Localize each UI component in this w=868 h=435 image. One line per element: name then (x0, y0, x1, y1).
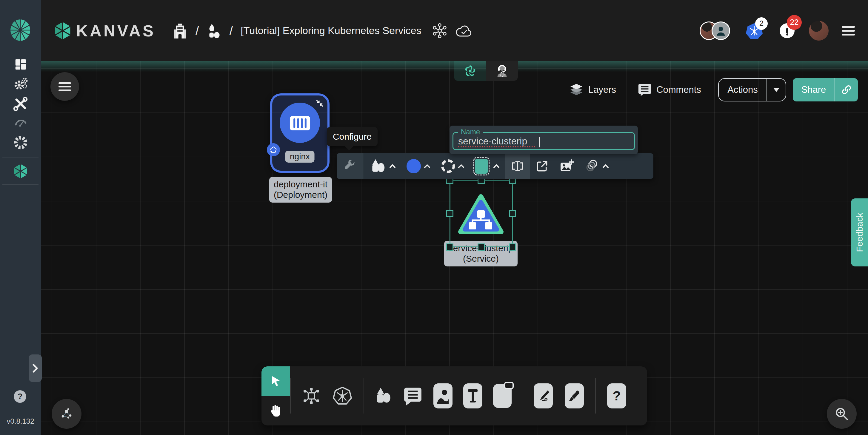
color-swatch-icon (407, 159, 421, 173)
sidebar-item-meshery[interactable] (9, 134, 32, 151)
brush-tool-button[interactable] (565, 383, 584, 408)
chevron-up-icon (458, 164, 464, 168)
integration-node-icon[interactable] (302, 387, 320, 405)
node-deployment[interactable]: nginx (270, 93, 330, 173)
canvas-menu-button[interactable] (51, 72, 79, 101)
sidebar-item-toolkit[interactable] (9, 96, 32, 112)
actions-label[interactable]: Actions (719, 79, 767, 101)
external-link-icon (535, 160, 549, 173)
opacity-button[interactable] (579, 153, 614, 179)
shape-picker-button[interactable] (364, 153, 401, 179)
sidebar-divider (2, 185, 38, 185)
collapse-icon[interactable] (315, 98, 324, 108)
fill-style-button[interactable] (470, 153, 505, 179)
shapes-icon (370, 158, 386, 174)
configure-tool-button[interactable] (337, 153, 364, 179)
rename-tool-button[interactable] (505, 153, 530, 179)
configure-tooltip: Configure (327, 127, 378, 146)
cloud-sync-icon[interactable] (456, 23, 473, 39)
comments-button[interactable]: Comments (638, 79, 701, 101)
sidebar-item-dashboard[interactable] (9, 56, 32, 73)
share-link-toggle[interactable] (835, 78, 858, 101)
chevron-up-icon (389, 164, 396, 168)
layers-button[interactable]: Layers (569, 79, 616, 101)
shapes-tool-icon[interactable] (374, 387, 392, 405)
relationship-overview-button[interactable] (52, 399, 82, 429)
spellcheck-underline (458, 146, 535, 147)
chevron-right-icon (31, 363, 39, 373)
actions-button[interactable]: Actions (718, 78, 786, 101)
deployment-kind: (Deployment) (272, 190, 329, 200)
pod-badge[interactable] (267, 143, 280, 156)
media-tool-button[interactable] (433, 383, 453, 408)
add-image-button[interactable] (554, 153, 579, 179)
kanvas-logo[interactable]: KANVAS (54, 21, 156, 40)
layers-icon (569, 82, 584, 97)
share-button[interactable]: Share (793, 78, 858, 101)
feedback-button[interactable]: Feedback (851, 198, 868, 266)
collaborator-support-cell[interactable] (486, 61, 518, 81)
resize-handle-s[interactable] (477, 243, 485, 250)
node-service[interactable] (456, 192, 505, 240)
designs-breadcrumb-icon[interactable] (207, 23, 222, 39)
resource-tools (291, 366, 364, 426)
notifications-button[interactable]: 22 (780, 23, 795, 38)
workflow-status-icon[interactable] (432, 23, 448, 39)
note-tool-button[interactable] (493, 384, 512, 408)
link-icon (841, 85, 851, 95)
sidebar-expand-button[interactable] (29, 355, 42, 382)
service-kind: (Service) (447, 254, 515, 264)
app-header: KANVAS / / [Tutorial] Exploring Kubernet… (41, 0, 868, 61)
text-tool-button[interactable] (463, 383, 483, 408)
resize-handle-e[interactable] (509, 210, 516, 217)
design-canvas[interactable]: Layers Comments Actions Share (41, 61, 868, 435)
collaborator-avatar-generic[interactable] (712, 22, 730, 40)
organization-breadcrumb-icon[interactable] (172, 22, 188, 39)
pentagon-icon (270, 146, 277, 154)
layers-label: Layers (588, 85, 616, 95)
share-label[interactable]: Share (793, 78, 835, 101)
kanvas-logo-text: KANVAS (76, 22, 156, 40)
actions-dropdown-toggle[interactable] (767, 79, 786, 101)
kubernetes-context-switcher[interactable]: 2 (746, 22, 763, 39)
fill-swatch-icon (475, 159, 488, 174)
resize-handle-w[interactable] (446, 210, 454, 217)
annotation-tools (364, 366, 522, 426)
open-in-new-button[interactable] (530, 153, 554, 179)
comments-icon (638, 83, 652, 97)
header-menu-button[interactable] (842, 24, 855, 38)
sidebar-item-kanvas[interactable] (9, 163, 32, 179)
context-toolbar (337, 153, 653, 179)
sidebar-help-button[interactable]: ? (14, 390, 26, 403)
pan-tool-button[interactable] (261, 396, 290, 426)
sidebar-item-performance[interactable] (9, 113, 32, 130)
pen-tool-button[interactable] (534, 383, 553, 408)
spiral-avatar-icon (463, 64, 477, 78)
deployment-node-label: deployment-it (Deployment) (269, 177, 332, 203)
collaborator-cursor-cell[interactable] (454, 61, 486, 81)
comment-tool-icon[interactable] (403, 386, 423, 406)
collaborator-avatars[interactable] (700, 22, 730, 40)
drawing-tools (522, 366, 595, 426)
opacity-circles-icon (584, 159, 599, 174)
sidebar-item-settings[interactable] (9, 76, 32, 93)
resize-handle-sw[interactable] (446, 243, 454, 250)
select-tool-button[interactable] (261, 366, 290, 396)
breadcrumb-separator: / (195, 24, 199, 38)
border-style-button[interactable] (436, 153, 470, 179)
resize-handle-se[interactable] (509, 243, 516, 250)
user-avatar[interactable] (809, 21, 829, 41)
kubernetes-icon[interactable] (333, 386, 352, 406)
rename-icon (510, 159, 525, 173)
color-picker-button[interactable] (401, 153, 436, 179)
cursor-icon (269, 375, 282, 388)
menu-icon (59, 80, 71, 93)
help-tool-button[interactable]: ? (607, 383, 626, 408)
support-agent-icon (495, 64, 509, 78)
graph-icon (60, 407, 73, 421)
layer5-logo[interactable] (10, 19, 31, 41)
deployment-circle (280, 103, 320, 143)
name-editor-panel: Name (450, 126, 638, 154)
zoom-button[interactable] (827, 399, 857, 429)
notification-count-badge: 22 (787, 15, 802, 30)
